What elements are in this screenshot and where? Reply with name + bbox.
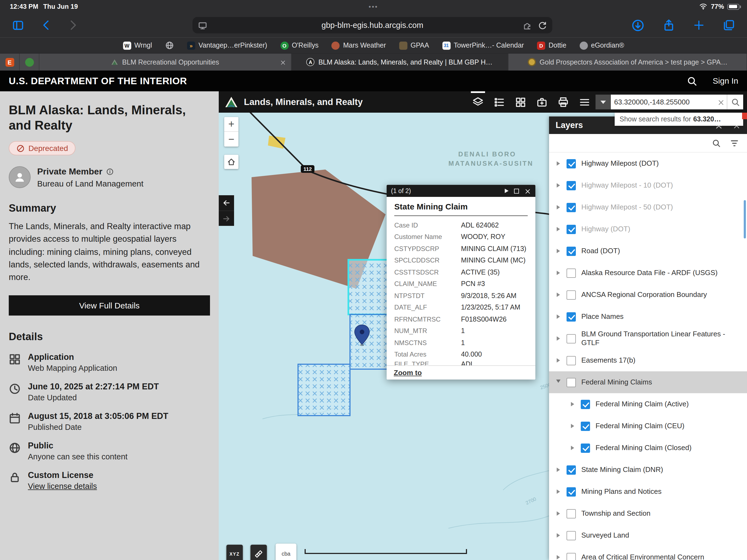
forward-icon[interactable] [67,19,79,31]
expand-caret-icon[interactable] [553,292,563,297]
layer-row[interactable]: ANCSA Regional Corporation Boundary [549,284,747,306]
layer-checkbox[interactable] [567,334,576,343]
layer-checkbox[interactable] [567,203,576,212]
print-tool-icon[interactable] [558,91,569,113]
expand-caret-icon[interactable] [568,424,577,428]
multitask-dots[interactable]: ••• [0,3,747,10]
expand-caret-icon[interactable] [553,358,563,362]
search-submit-icon[interactable] [727,95,743,109]
bookmark-oreillys[interactable]: OO'Reillys [280,41,318,50]
layer-checkbox[interactable] [581,400,590,409]
layer-checkbox[interactable] [567,553,576,560]
layer-row[interactable]: Area of Critical Environmental Concern [549,546,747,560]
layer-checkbox[interactable] [567,246,576,256]
layer-row[interactable]: BLM Ground Transportation Linear Feature… [549,328,747,350]
layer-checkbox[interactable] [567,225,576,234]
layer-row[interactable]: Highway (DOT) [549,218,747,240]
zoom-to-link[interactable]: Zoom to [394,368,422,377]
layer-row[interactable]: Easements 17(b) [549,350,747,371]
map-search-input[interactable] [611,98,715,106]
close-popup-icon[interactable] [524,186,531,196]
bookmark-vantage[interactable]: »Vantagep…erPinkster) [187,41,267,50]
layer-row[interactable]: Federal Mining Claim (Closed) [549,437,747,459]
home-button[interactable] [224,155,238,169]
address-bar[interactable]: gbp-blm-egis.hub.arcgis.com [192,17,552,33]
layer-row[interactable]: Mining Plans and Notices [549,481,747,503]
expand-caret-icon[interactable] [553,314,563,319]
layer-checkbox[interactable] [567,465,576,475]
layer-filter-icon[interactable] [729,138,739,148]
previous-extent-button[interactable] [219,195,234,210]
expand-caret-icon[interactable] [553,533,563,538]
bookmark-mars-weather[interactable]: Mars Weather [332,41,386,50]
expand-caret-icon[interactable] [553,511,563,516]
layer-row[interactable]: Highway Milepost (DOT) [549,153,747,175]
layer-checkbox[interactable] [567,487,576,496]
layer-checkbox[interactable] [567,356,576,365]
legend-tool-icon[interactable] [494,91,505,113]
layer-row[interactable]: Federal Mining Claim (CEU) [549,415,747,437]
bookmark-towerpink-calendar[interactable]: 31TowerPink…- Calendar [442,41,524,50]
layer-checkbox[interactable] [567,378,576,387]
tab-blm-recreational[interactable]: BLM Recreational Opportunities [40,54,291,71]
clear-search-icon[interactable] [718,97,725,107]
expand-caret-icon[interactable] [553,161,563,166]
tab-blm-alaska-active[interactable]: A BLM Alaska: Lands, Minerals, and Realt… [291,54,509,71]
layer-row[interactable]: Federal Mining Claims [549,371,747,393]
tab-leaf[interactable] [20,54,40,71]
downloads-icon[interactable] [632,19,644,31]
sign-in-link[interactable]: Sign In [713,76,738,85]
zoom-in-button[interactable]: + [224,117,238,132]
coordinates-widget[interactable]: XYZ [226,545,243,560]
expand-caret-icon[interactable] [553,489,563,494]
basemap-toggle-button[interactable]: cba [276,543,297,560]
layer-row[interactable]: Federal Mining Claim (Active) [549,393,747,415]
next-feature-icon[interactable] [505,189,509,193]
menu-tool-icon[interactable] [579,91,590,113]
basemap-tool-icon[interactable] [515,91,526,113]
selected-claim-polygon[interactable] [349,260,390,314]
expand-caret-icon[interactable] [553,555,563,559]
layer-row[interactable]: Township and Section [549,503,747,525]
expand-caret-icon[interactable] [553,380,563,385]
tab-etsy[interactable]: E [0,54,20,71]
close-tab-icon[interactable] [280,58,286,66]
next-extent-button[interactable] [219,210,234,226]
layer-search-icon[interactable] [712,138,721,148]
layer-row[interactable]: Road (DOT) [549,240,747,262]
claim-polygon[interactable] [298,364,350,416]
layer-checkbox[interactable] [567,509,576,518]
layer-checkbox[interactable] [567,159,576,168]
dock-popup-icon[interactable] [514,188,519,193]
info-icon[interactable] [106,168,114,175]
share-icon[interactable] [663,19,675,31]
expand-caret-icon[interactable] [553,183,563,187]
popup-header[interactable]: (1 of 2) [387,185,535,197]
layers-tool-icon[interactable] [472,91,483,113]
layer-checkbox[interactable] [581,422,590,431]
measure-button[interactable] [251,545,267,560]
scrollbar-thumb[interactable] [744,200,746,238]
expand-caret-icon[interactable] [553,249,563,253]
search-icon[interactable] [687,76,697,86]
view-full-details-button[interactable]: View Full Details [9,296,210,316]
expand-caret-icon[interactable] [553,227,563,231]
expand-caret-icon[interactable] [553,336,563,341]
layer-checkbox[interactable] [567,531,576,540]
layer-checkbox[interactable] [567,181,576,190]
back-icon[interactable] [41,19,52,31]
tab-gold-prospectors[interactable]: Gold Prospectors Association of America … [509,54,747,71]
add-data-tool-icon[interactable] [537,91,547,113]
layer-checkbox[interactable] [567,312,576,321]
layer-row[interactable]: Alaska Resource Data File - ARDF (USGS) [549,262,747,284]
bookmark-wrngl[interactable]: WWrngl [123,41,152,50]
layer-checkbox[interactable] [567,290,576,299]
layer-checkbox[interactable] [567,268,576,278]
bookmark-egordian[interactable]: eGordian® [579,41,624,50]
tab-overview-icon[interactable] [723,19,735,31]
layer-row[interactable]: Highway Milepost - 10 (DOT) [549,175,747,196]
view-license-link[interactable]: View license details [28,482,97,491]
expand-caret-icon[interactable] [553,205,563,209]
layer-row[interactable]: State Mining Claim (DNR) [549,459,747,481]
expand-caret-icon[interactable] [553,467,563,472]
